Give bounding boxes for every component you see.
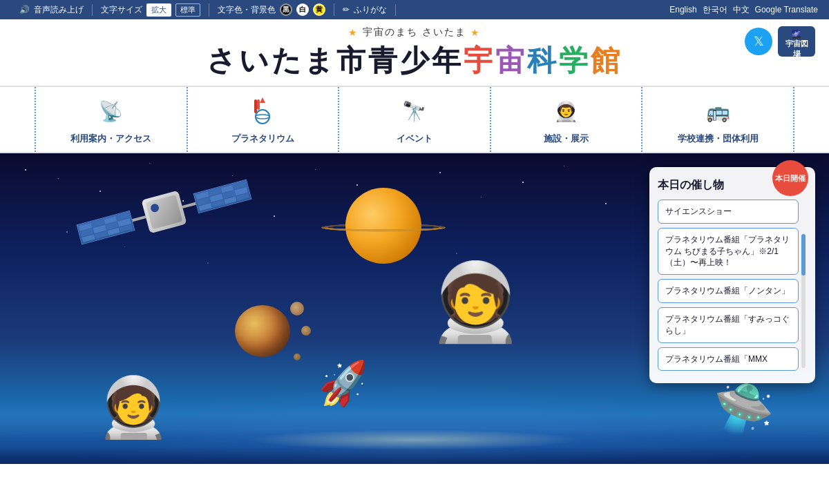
speaker-icon	[19, 5, 30, 14]
events-panel: 本日 開催 本日の催し物 サイエンスショー プラネタリウム番組「プラネタリウム …	[649, 167, 815, 383]
fontsize-label: 文字サイズ	[101, 4, 142, 16]
today-badge-line2: 開催	[790, 173, 806, 183]
astronaut-left: 🧑‍🚀	[97, 378, 170, 436]
char-uchu: 宇	[464, 44, 495, 77]
event-item-2[interactable]: プラネタリウム番組「ノンタン」	[658, 279, 799, 303]
enlarge-button[interactable]: 拡大	[146, 3, 171, 17]
event-item-1[interactable]: プラネタリウム番組「プラネタリウム ちびまる子ちゃん」※2/1（土）〜再上映！	[658, 228, 799, 275]
satellite-panel-left	[76, 211, 135, 245]
rocket-center: 🚀	[318, 360, 370, 409]
char-ka: 科	[527, 44, 559, 77]
header-icons: 𝕏 🌌 宇宙図場	[745, 26, 815, 57]
main-title: さいたま市青少年 宇宙科学館	[207, 41, 622, 80]
nav-items: 📡 利用案内・アクセス プラネタリウム 🔭 イベント 👨‍🚀 施設・展示	[35, 87, 794, 152]
nav-icon-school: 🚌	[701, 94, 735, 128]
color-section: 文字色・背景色 黒 白 黄	[209, 3, 334, 16]
event-item-0[interactable]: サイエンスショー	[658, 200, 799, 224]
char-chu: 宙	[495, 44, 527, 77]
nav-item-school[interactable]: 🚌 学校連携・団体利用	[642, 87, 794, 152]
uchu-badge-button[interactable]: 🌌 宇宙図場	[778, 26, 815, 57]
svg-point-4	[256, 115, 269, 119]
standard-button[interactable]: 標準	[175, 3, 200, 17]
nav-item-access[interactable]: 📡 利用案内・アクセス	[35, 87, 188, 152]
language-links: English 한국어 中文 Google Translate	[669, 4, 818, 16]
nav-label-access: 利用案内・アクセス	[70, 133, 151, 145]
svg-rect-0	[254, 99, 257, 113]
title-colored-part: 宇宙科学館	[464, 41, 622, 80]
furigana-section: ふりがな	[334, 4, 396, 16]
pen-icon	[343, 5, 350, 14]
color-white-button[interactable]: 白	[296, 3, 309, 16]
color-black-button[interactable]: 黒	[280, 3, 292, 16]
lang-english[interactable]: English	[669, 5, 696, 14]
nav-icon-events: 🔭	[397, 94, 432, 128]
lang-korean[interactable]: 한국어	[703, 4, 727, 16]
svg-rect-1	[257, 99, 260, 110]
subtitle-text: 宇宙のまち さいたま	[363, 26, 466, 39]
jupiter	[235, 305, 290, 357]
lang-google[interactable]: Google Translate	[755, 5, 818, 14]
jupiter-moon3	[294, 353, 301, 360]
nav-item-events[interactable]: 🔭 イベント	[339, 87, 491, 152]
color-yellow-button[interactable]: 黄	[313, 3, 325, 16]
svg-marker-2	[260, 97, 265, 103]
title-black-part: さいたま市青少年	[207, 41, 464, 80]
fontsize-section: 文字サイズ 拡大 標準	[93, 3, 209, 17]
char-kan: 館	[591, 44, 622, 77]
star-left: ★	[348, 27, 359, 38]
audio-section: 音声読み上げ	[11, 4, 93, 16]
svg-point-3	[256, 110, 269, 124]
jupiter-moon2	[301, 326, 311, 336]
hero-section: 🧑‍🚀 🧑‍🚀 🚀 🛸 本日 開催 本日の催し物 サイエンスショー プラネタリウ…	[0, 153, 829, 464]
subtitle: ★ 宇宙のまち さいたま ★	[348, 26, 481, 39]
event-item-3[interactable]: プラネタリウム番組「すみっコぐらし」	[658, 307, 799, 343]
navigation: 📡 利用案内・アクセス プラネタリウム 🔭 イベント 👨‍🚀 施設・展示	[0, 86, 829, 153]
satellite-connector-right	[182, 202, 196, 209]
accessibility-bar: 音声読み上げ 文字サイズ 拡大 標準 文字色・背景色 黒 白 黄 ふりがな En…	[0, 0, 829, 19]
earth-bright	[249, 429, 580, 450]
nav-icon-facilities: 👨‍🚀	[549, 94, 584, 128]
nav-label-facilities: 施設・展示	[544, 133, 589, 145]
scrollbar-thumb	[801, 234, 806, 275]
jupiter-moon1	[290, 302, 304, 316]
capsule-right: 🛸	[714, 380, 774, 436]
saturn	[339, 181, 428, 271]
events-scrollbar[interactable]	[801, 234, 806, 368]
nav-icon-planetarium	[245, 94, 280, 128]
nav-item-facilities[interactable]: 👨‍🚀 施設・展示	[491, 87, 643, 152]
satellite-connector-left	[132, 215, 146, 222]
twitter-button[interactable]: 𝕏	[745, 28, 772, 55]
event-item-4[interactable]: プラネタリウム番組「MMX	[658, 347, 799, 371]
astronaut-right: 🧑‍🚀	[428, 264, 523, 340]
nav-icon-access: 📡	[94, 94, 128, 128]
today-badge-line1: 本日	[775, 173, 790, 183]
today-badge: 本日 開催	[772, 160, 808, 196]
saturn-body	[345, 188, 421, 264]
char-gaku: 学	[559, 44, 591, 77]
color-label: 文字色・背景色	[218, 4, 276, 16]
nav-label-school: 学校連携・団体利用	[678, 133, 759, 145]
audio-label[interactable]: 音声読み上げ	[34, 4, 84, 16]
satellite-panel-right	[193, 180, 251, 214]
nav-item-planetarium[interactable]: プラネタリウム	[188, 87, 340, 152]
nav-label-planetarium: プラネタリウム	[231, 133, 294, 145]
nav-label-events: イベント	[397, 133, 432, 145]
star-right: ★	[470, 27, 481, 38]
furigana-label[interactable]: ふりがな	[354, 4, 387, 16]
lang-chinese[interactable]: 中文	[733, 4, 750, 16]
header: ★ 宇宙のまち さいたま ★ さいたま市青少年 宇宙科学館 𝕏 🌌 宇宙図場	[0, 19, 829, 86]
